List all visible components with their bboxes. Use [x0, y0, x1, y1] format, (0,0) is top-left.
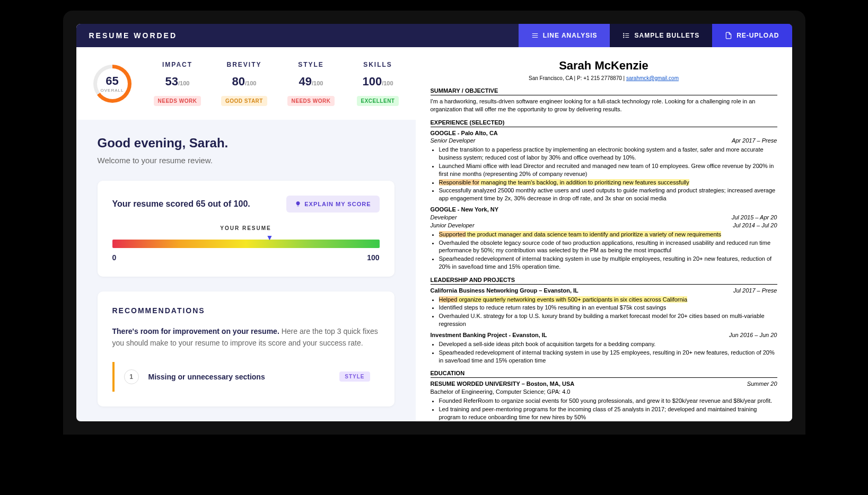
recommendations-card: RECOMMENDATIONS There's room for improve… — [98, 291, 394, 406]
top-navigation: RESUME WORDED LINE ANALYSIS SAMPLE BULLE… — [76, 24, 792, 47]
list-icon — [622, 32, 630, 39]
re-upload-tab[interactable]: RE-UPLOAD — [712, 24, 792, 47]
job1-bullets: Led the transition to a paperless practi… — [439, 146, 777, 202]
job2-bullets: Supported the product manager and data s… — [439, 231, 777, 271]
brand-logo: RESUME WORDED — [76, 31, 519, 40]
score-text: Your resume scored 65 out of 100. — [112, 199, 250, 209]
your-resume-label: YOUR RESUME — [112, 225, 380, 231]
section-education: EDUCATION — [431, 369, 777, 378]
score-bar: 65 OVERALL IMPACT 53/100 NEEDS WORK BREV… — [76, 47, 416, 120]
rec-text: Missing or unnecessary sections — [148, 373, 330, 381]
resume-email-link[interactable]: sarahmck@gmail.com — [626, 75, 679, 81]
resume-preview[interactable]: Sarah McKenzie San Francisco, CA | P: +1… — [416, 47, 792, 421]
sample-bullets-tab[interactable]: SAMPLE BULLETS — [610, 24, 712, 47]
section-experience: EXPERIENCE (SELECTED) — [431, 119, 777, 127]
explain-score-button[interactable]: EXPLAIN MY SCORE — [286, 196, 379, 213]
left-panel: 65 OVERALL IMPACT 53/100 NEEDS WORK BREV… — [76, 47, 416, 421]
metric-skills[interactable]: SKILLS 100/100 EXCELLENT — [347, 58, 409, 109]
greeting: Good evening, Sarah. — [98, 136, 394, 151]
rec-tag: STYLE — [339, 372, 370, 382]
svg-point-2 — [624, 37, 624, 38]
welcome-text: Welcome to your resume review. — [98, 156, 394, 165]
scale-max: 100 — [367, 253, 379, 262]
line-analysis-tab[interactable]: LINE ANALYSIS — [519, 24, 610, 47]
upload-icon — [725, 32, 732, 39]
proj2-bullets: Developed a sell-side ideas pitch book o… — [439, 340, 777, 365]
svg-point-0 — [624, 33, 624, 34]
section-summary: SUMMARY / OBJECTIVE — [431, 87, 777, 95]
resume-name: Sarah McKenzie — [431, 58, 777, 74]
score-card: Your resume scored 65 out of 100. EXPLAI… — [98, 181, 394, 277]
proj1-bullets: Helped organize quarterly networking eve… — [439, 296, 777, 328]
rec-number: 1 — [124, 369, 139, 384]
edu-bullets: Founded ReferRoom to organize social eve… — [439, 397, 777, 421]
recommendations-title: RECOMMENDATIONS — [112, 306, 380, 315]
recommendations-intro: There's room for improvement on your res… — [112, 325, 380, 349]
analysis-icon — [531, 32, 539, 39]
resume-contact: San Francisco, CA | P: +1 215 2778870 | … — [431, 75, 777, 82]
score-gradient — [112, 240, 380, 248]
metric-impact[interactable]: IMPACT 53/100 NEEDS WORK — [146, 58, 209, 109]
metric-brevity[interactable]: BREVITY 80/100 GOOD START — [213, 58, 276, 109]
section-leadership: LEADERSHIP AND PROJECTS — [431, 276, 777, 285]
overall-score: 65 OVERALL — [83, 58, 142, 109]
scale-min: 0 — [112, 253, 117, 262]
svg-point-1 — [624, 35, 624, 36]
lightbulb-icon — [295, 201, 301, 207]
recommendation-item[interactable]: 1 Missing or unnecessary sections STYLE — [112, 362, 380, 392]
metric-style[interactable]: STYLE 49/100 NEEDS WORK — [280, 58, 343, 109]
